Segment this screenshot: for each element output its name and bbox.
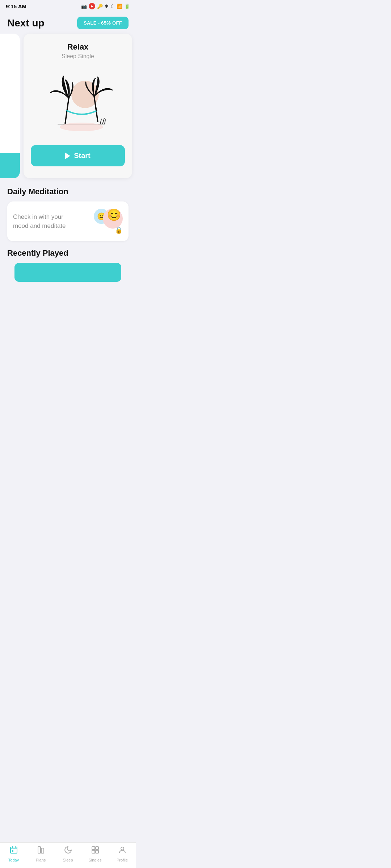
page-header: Next up SALE - 65% OFF bbox=[0, 11, 136, 34]
card-prev-button bbox=[0, 153, 20, 178]
svg-line-8 bbox=[102, 118, 104, 124]
play-icon bbox=[65, 153, 70, 159]
wifi-icon: 📶 bbox=[117, 4, 122, 9]
recently-played-bar bbox=[14, 263, 121, 282]
status-time: 9:15 AM bbox=[6, 3, 26, 9]
card-subtitle: Sleep Single bbox=[62, 53, 94, 60]
card-carousel: Relax Sleep Single bbox=[0, 34, 136, 178]
daily-meditation-title: Daily Meditation bbox=[7, 187, 129, 196]
card-previous bbox=[0, 34, 20, 178]
meditation-icons: 😊 😐 🔒 bbox=[94, 209, 123, 234]
recently-played-title: Recently Played bbox=[7, 248, 129, 258]
status-icons: 📷 ▶ 🔑 ✱ ☾ 📶 🔋 bbox=[81, 3, 130, 9]
start-label: Start bbox=[74, 152, 91, 160]
battery-icon: 🔋 bbox=[124, 4, 130, 9]
moon-icon: ☾ bbox=[110, 4, 115, 9]
card-title: Relax bbox=[67, 42, 89, 52]
key-icon: 🔑 bbox=[97, 4, 103, 9]
status-bar: 9:15 AM 📷 ▶ 🔑 ✱ ☾ 📶 🔋 bbox=[0, 0, 136, 11]
happy-emoji: 😊 bbox=[107, 208, 121, 222]
meditation-card[interactable]: Check in with your mood and meditate 😊 😐… bbox=[7, 201, 129, 241]
daily-meditation-section: Daily Meditation Check in with your mood… bbox=[0, 187, 136, 241]
record-indicator: ▶ bbox=[89, 3, 95, 9]
start-button[interactable]: Start bbox=[31, 145, 125, 166]
svg-line-9 bbox=[105, 120, 105, 124]
svg-point-6 bbox=[60, 123, 103, 131]
lock-icon: 🔒 bbox=[115, 226, 123, 234]
svg-line-7 bbox=[100, 119, 101, 124]
card-illustration bbox=[38, 65, 118, 138]
card-relax: Relax Sleep Single bbox=[24, 34, 132, 178]
camera-icon: 📷 bbox=[81, 4, 87, 9]
meditation-card-text: Check in with your mood and meditate bbox=[13, 212, 79, 231]
recently-played-section: Recently Played bbox=[0, 248, 136, 282]
sale-button[interactable]: SALE - 65% OFF bbox=[77, 17, 129, 29]
page-title: Next up bbox=[7, 17, 45, 29]
bluetooth-icon: ✱ bbox=[105, 4, 109, 9]
